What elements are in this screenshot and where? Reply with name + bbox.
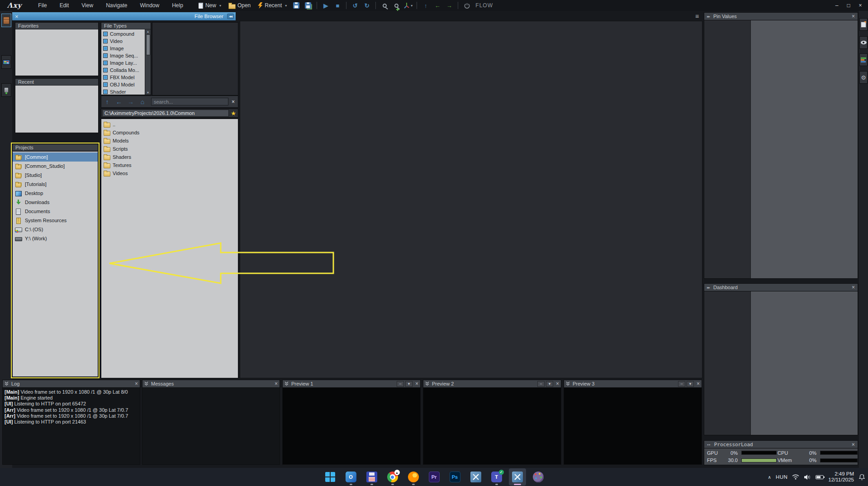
taskbar-premiere[interactable]: Pr	[426, 468, 443, 486]
recent-list[interactable]	[15, 86, 99, 133]
collapse-icon[interactable]	[5, 381, 9, 386]
taskbar-aximmetry-active[interactable]	[509, 468, 526, 486]
save-all-button[interactable]	[303, 1, 313, 10]
file-type-item[interactable]: Shader	[101, 88, 145, 95]
minimize-button[interactable]: –	[678, 381, 685, 387]
folder-item[interactable]: Models	[101, 137, 238, 145]
folder-item[interactable]: Scripts	[101, 145, 238, 153]
checkbox-checked-icon[interactable]	[103, 75, 108, 80]
project-item[interactable]: [Studio]	[13, 171, 98, 180]
clock[interactable]: 2:49 PM 12/11/2025	[828, 471, 854, 483]
close-icon[interactable]: ×	[697, 381, 700, 387]
folder-item[interactable]: Shaders	[101, 153, 238, 161]
project-item[interactable]: Desktop	[13, 189, 98, 198]
taskbar-paint[interactable]	[530, 468, 547, 486]
play-button[interactable]: ▶	[321, 1, 331, 10]
file-types-scrollbar[interactable]: ▴ ▾	[145, 29, 151, 95]
preview-tool-button[interactable]	[1, 55, 11, 69]
scroll-up-icon[interactable]: ▴	[147, 29, 149, 33]
checkbox-checked-icon[interactable]	[103, 39, 108, 43]
project-item[interactable]: [Common_Studio]	[13, 162, 98, 171]
up-directory-button[interactable]: ↑	[101, 98, 113, 105]
home-button[interactable]: ⌂	[137, 98, 148, 105]
menu-navigate[interactable]: Navigate	[100, 0, 133, 10]
folder-item[interactable]: ..	[101, 120, 238, 129]
pin-values-tool-button[interactable]	[859, 18, 868, 31]
folder-item[interactable]: Videos	[101, 169, 238, 177]
menu-window[interactable]: Window	[134, 0, 166, 10]
close-icon[interactable]: ×	[852, 13, 855, 19]
clear-search-button[interactable]: ×	[229, 98, 237, 105]
close-icon[interactable]: ×	[415, 381, 418, 387]
recent-button[interactable]: Recent ▾	[255, 1, 289, 10]
battery-icon[interactable]	[816, 475, 824, 479]
taskbar-start[interactable]	[322, 468, 339, 486]
checkbox-checked-icon[interactable]	[103, 61, 108, 65]
menu-help[interactable]: Help	[166, 0, 190, 10]
notification-bell-icon[interactable]: z	[859, 474, 865, 481]
nav-forward-button[interactable]: →	[444, 1, 454, 10]
folder-item[interactable]: Textures	[101, 161, 238, 169]
taskbar-save-app[interactable]	[363, 468, 380, 486]
visibility-tool-button[interactable]	[859, 36, 868, 49]
taskbar-outlook[interactable]: O	[342, 468, 360, 486]
taskbar-photoshop[interactable]: Ps	[446, 468, 464, 486]
close-icon[interactable]: ×	[275, 381, 278, 387]
project-item[interactable]: System Resources	[13, 216, 98, 225]
checkbox-checked-icon[interactable]	[103, 82, 108, 87]
checkbox-checked-icon[interactable]	[103, 68, 108, 72]
gizmo-button[interactable]: ▾	[403, 1, 413, 10]
project-item[interactable]: Downloads	[13, 198, 98, 207]
dropdown-button[interactable]: ▾	[687, 381, 694, 387]
close-icon[interactable]: ×	[135, 381, 138, 387]
close-button[interactable]: ×	[855, 1, 865, 10]
zoom-button[interactable]	[379, 1, 389, 10]
scroll-down-icon[interactable]: ▾	[147, 91, 149, 95]
expand-icon[interactable]: ▸▸	[707, 443, 711, 447]
collapse-panel-button[interactable]: ◂◂	[227, 14, 234, 19]
dropdown-button[interactable]: ▾	[546, 381, 553, 387]
forward-button[interactable]: →	[125, 98, 137, 105]
new-button[interactable]: New ▾	[196, 1, 224, 10]
file-type-item[interactable]: Collada Mo...	[101, 67, 145, 74]
processor-load-tool-button[interactable]	[859, 53, 868, 66]
favorites-list[interactable]	[15, 29, 99, 76]
open-button[interactable]: Open	[226, 1, 253, 10]
flow-power-button[interactable]	[462, 1, 472, 10]
collapse-icon[interactable]	[425, 381, 429, 386]
file-type-item[interactable]: Image Lay...	[101, 59, 145, 67]
redo-button[interactable]: ↻	[362, 1, 372, 10]
menu-view[interactable]: View	[75, 0, 100, 10]
menu-edit[interactable]: Edit	[53, 0, 76, 10]
expand-icon[interactable]: ▸▸	[707, 286, 710, 290]
collapse-icon[interactable]	[566, 381, 570, 386]
speaker-icon[interactable]	[804, 474, 811, 480]
project-item[interactable]: [Common]	[13, 152, 98, 162]
collapse-icon[interactable]	[144, 381, 148, 386]
project-item[interactable]: [Tutorials]	[13, 180, 98, 189]
stop-button[interactable]: ■	[332, 1, 342, 10]
nav-back-button[interactable]: ←	[432, 1, 442, 10]
undo-button[interactable]: ↺	[350, 1, 360, 10]
main-area-menu-button[interactable]: ≡	[692, 13, 702, 20]
close-icon[interactable]: ×	[556, 381, 559, 387]
minimize-button[interactable]: –	[832, 1, 842, 10]
project-item[interactable]: C:\ (OS)	[13, 225, 98, 234]
tray-chevron-icon[interactable]: ∧	[768, 475, 771, 480]
file-type-item[interactable]: OBJ Model	[101, 81, 145, 88]
favorite-star-icon[interactable]: ★	[229, 110, 238, 117]
file-type-item[interactable]: Compound	[101, 30, 145, 38]
menu-file[interactable]: File	[32, 0, 53, 10]
checkbox-checked-icon[interactable]	[103, 46, 108, 51]
nav-up-button[interactable]: ↑	[421, 1, 431, 10]
file-browser-tool-button[interactable]	[1, 14, 11, 27]
close-icon[interactable]: ×	[852, 284, 855, 291]
checkbox-checked-icon[interactable]	[103, 32, 108, 36]
checkbox-checked-icon[interactable]	[103, 90, 108, 94]
search-input[interactable]: search...	[151, 98, 228, 105]
device-tool-button[interactable]	[1, 83, 11, 97]
file-type-item[interactable]: Video	[101, 38, 145, 45]
collapse-icon[interactable]	[285, 381, 289, 386]
minimize-button[interactable]: –	[397, 381, 404, 387]
taskbar-aximmetry[interactable]	[467, 468, 484, 486]
